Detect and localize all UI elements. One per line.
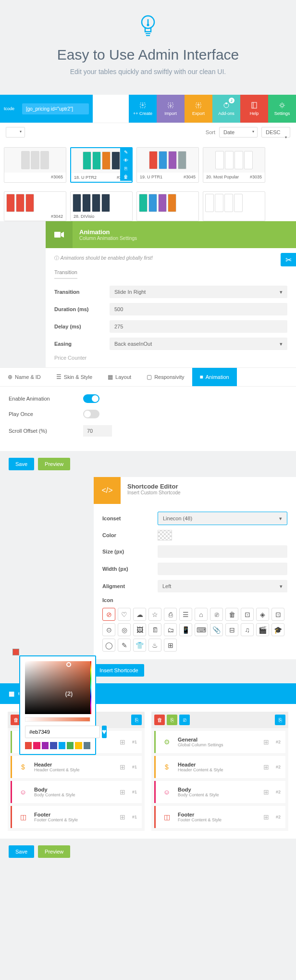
swatch[interactable] (75, 742, 82, 749)
filter-category[interactable] (6, 127, 25, 138)
template-card[interactable]: #3065 (4, 147, 66, 183)
hex-input[interactable] (25, 726, 100, 738)
tab-skin-style[interactable]: ☰Skin & Style (49, 368, 100, 386)
easing-select[interactable]: Back easeInOut (110, 338, 287, 350)
swatch[interactable] (25, 742, 32, 749)
icon-option[interactable]: 📱 (179, 623, 192, 636)
template-card[interactable] (203, 191, 265, 221)
size-input[interactable] (158, 545, 287, 558)
icon-option[interactable]: 🎬 (256, 623, 269, 636)
save-button[interactable]: Save (9, 845, 34, 858)
add-icon[interactable]: ⊞ (120, 788, 125, 796)
column-section-header[interactable]: $HeaderHeader Content & Style⊞#1 (11, 756, 142, 778)
icon-option[interactable]: 🖼 (133, 623, 146, 636)
icon-option[interactable]: ⌂ (195, 608, 208, 621)
color-gradient[interactable] (25, 661, 90, 714)
icon-option[interactable]: ♨ (148, 639, 161, 652)
icon-option[interactable]: 🗂 (164, 623, 177, 636)
add-icon[interactable]: ⊞ (263, 788, 269, 796)
column-section-footer[interactable]: ◫FooterFooter Content & Style⊞#1 (11, 806, 142, 828)
column-section-footer[interactable]: ◫FooterFooter Content & Style⊞#2 (154, 806, 285, 828)
create-button[interactable]: +++ Create (129, 95, 157, 123)
add-icon[interactable]: ⊞ (263, 813, 269, 821)
icon-option[interactable]: 👕 (133, 639, 146, 652)
add-icon[interactable]: ⊞ (120, 763, 125, 771)
icon-option[interactable]: 🎓 (271, 623, 284, 636)
icon-option[interactable]: 📎 (210, 623, 223, 636)
template-card[interactable]: 18. U PTR2#3053✎👁⎘🗑 (70, 147, 133, 183)
alignment-select[interactable]: Left (158, 580, 287, 592)
column-section-header[interactable]: $HeaderHeader Content & Style⊞#2 (154, 756, 285, 778)
delete-icon[interactable]: 🗑 (154, 715, 165, 725)
favorite-icon[interactable]: ♥ (102, 726, 107, 738)
icon-option[interactable]: ✎ (118, 639, 131, 652)
width-input[interactable] (158, 563, 287, 575)
settings-button[interactable]: Settings (268, 95, 296, 123)
icon-option[interactable]: ☰ (179, 608, 192, 621)
sort-field[interactable]: Date (219, 127, 258, 138)
icon-option[interactable]: ⊡ (271, 608, 284, 621)
icon-option[interactable]: ◎ (118, 623, 131, 636)
tab-responsivity[interactable]: ▢Responsivity (139, 368, 192, 386)
add-icon[interactable]: ⊞ (263, 738, 269, 746)
preview-button[interactable]: Preview (38, 845, 70, 858)
icon-option[interactable]: ◯ (102, 639, 115, 652)
swatch[interactable] (84, 742, 90, 749)
color-swatch[interactable] (158, 530, 172, 540)
add-icon[interactable]: ⊞ (120, 738, 125, 746)
icon-option[interactable]: ⌨ (195, 623, 208, 636)
shortcode-input[interactable] (22, 103, 89, 114)
column-section-body[interactable]: ☺BodyBody Content & Style⊞#2 (154, 781, 285, 803)
add-icon[interactable]: ⊞ (263, 763, 269, 771)
template-card[interactable]: #3042 (4, 191, 66, 221)
icon-option[interactable]: ◈ (256, 608, 269, 621)
tab-name-id[interactable]: ⊕Name & ID (0, 368, 49, 386)
swatch[interactable] (33, 742, 40, 749)
icon-option[interactable]: ♫ (241, 623, 254, 636)
addons-button[interactable]: 2Add-ons (212, 95, 240, 123)
tab-layout[interactable]: ▦Layout (100, 368, 139, 386)
help-button[interactable]: Help (240, 95, 268, 123)
color-cursor[interactable] (66, 662, 71, 667)
sliders-icon[interactable]: ⎚ (179, 715, 190, 725)
transition-select[interactable]: Slide In Right (110, 286, 287, 298)
play-once-toggle[interactable] (83, 410, 99, 418)
export-button[interactable]: Export (185, 95, 212, 123)
iconset-select[interactable]: Linecon (48) (158, 512, 287, 525)
column-section-body[interactable]: ☺BodyBody Content & Style⊞#1 (11, 781, 142, 803)
column-section-general[interactable]: ⚙GeneralGlobal Column Settings⊞#2 (154, 731, 285, 753)
add-icon[interactable]: ⊞ (120, 813, 125, 821)
swatch[interactable] (50, 742, 57, 749)
save-button[interactable]: Save (9, 458, 34, 470)
icon-option[interactable]: ⎚ (210, 608, 223, 621)
icon-option[interactable]: 🗓 (148, 623, 161, 636)
template-card[interactable]: 19. U PTR1#3045 (136, 147, 199, 183)
icon-option[interactable]: ♡ (118, 608, 131, 621)
delay-input[interactable] (110, 320, 287, 333)
preview-button[interactable]: Preview (38, 458, 70, 470)
tab-animation[interactable]: ■Animation (192, 368, 237, 386)
icon-option[interactable]: ⊙ (102, 623, 115, 636)
duplicate-icon[interactable]: ⎘ (131, 715, 142, 725)
enable-animation-toggle[interactable] (83, 394, 99, 403)
template-card[interactable]: 20. Most Popular#3035 (203, 147, 265, 183)
icon-option[interactable]: ⊡ (241, 608, 254, 621)
alpha-slider[interactable] (25, 717, 90, 722)
import-button[interactable]: Import (157, 95, 185, 123)
swatch[interactable] (59, 742, 65, 749)
copy-icon[interactable]: ⎘ (167, 715, 177, 725)
template-card[interactable]: 28. DIVisio (70, 191, 133, 221)
duplicate-icon[interactable]: ⎘ (275, 715, 285, 725)
insert-shortcode-button[interactable]: Insert Shortcode (94, 664, 144, 677)
icon-option[interactable]: ⎙ (164, 608, 177, 621)
icon-option[interactable]: ⊞ (164, 639, 177, 652)
swatch[interactable] (67, 742, 74, 749)
icon-option[interactable]: ☁ (133, 608, 146, 621)
icon-option[interactable]: ⊘ (102, 608, 115, 621)
template-card[interactable] (136, 191, 199, 221)
icon-option[interactable]: ⊟ (225, 623, 238, 636)
icon-option[interactable]: 🗑 (225, 608, 238, 621)
cut-tab-icon[interactable]: ✂ (281, 253, 296, 266)
duration-input[interactable] (110, 303, 287, 315)
icon-option[interactable]: ☆ (148, 608, 161, 621)
